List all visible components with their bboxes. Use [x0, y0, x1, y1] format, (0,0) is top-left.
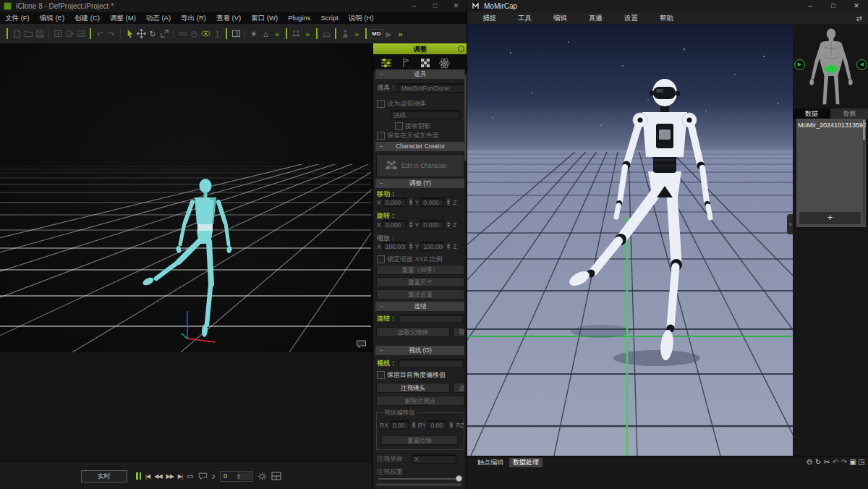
reset-settings-button[interactable]: 重设设置: [376, 289, 464, 299]
iclone-menu-item[interactable]: 创建 (C): [69, 12, 105, 24]
tab-data[interactable]: 数据: [793, 109, 830, 119]
more-chevron-icon[interactable]: »: [351, 28, 362, 40]
shadow-checkbox[interactable]: [395, 122, 403, 130]
list-scrollbar-thumb[interactable]: [863, 120, 865, 140]
rotate-right-play-button[interactable]: ◀: [856, 59, 867, 70]
iclone-menu-item[interactable]: Script: [315, 12, 343, 24]
cut-icon[interactable]: ✂: [822, 457, 831, 467]
save-clip-icon[interactable]: ▣: [848, 457, 857, 467]
scale-tool-icon[interactable]: [158, 28, 170, 40]
lookat-field[interactable]: [399, 359, 464, 368]
gaze-coord-field[interactable]: X: [412, 454, 456, 464]
iclone-close-icon[interactable]: ✕: [446, 0, 467, 12]
section-header-transform[interactable]: 调整 (T): [375, 179, 465, 188]
list-scrollbar-track[interactable]: [863, 120, 865, 223]
momircap-close-icon[interactable]: ✕: [845, 0, 868, 12]
scale-x-spinner[interactable]: [408, 242, 414, 251]
next-frame-button[interactable]: ▶▶: [166, 471, 174, 482]
tab-contact-edit[interactable]: 触点编辑: [474, 458, 507, 467]
rx-field[interactable]: 0.00: [390, 420, 409, 430]
playback-settings-gear-icon[interactable]: [258, 472, 267, 481]
iclone-menu-item[interactable]: 文件 (F): [0, 12, 35, 24]
tab-data-process[interactable]: 数据处理: [509, 458, 542, 467]
reset-view-icon[interactable]: ↻: [814, 457, 822, 467]
previous-frame-button[interactable]: ◀◀: [154, 471, 161, 482]
rotate-x-spinner[interactable]: [408, 220, 414, 229]
momircap-menu-item[interactable]: 编辑: [542, 12, 578, 24]
visibility-eye-icon[interactable]: [200, 28, 211, 40]
more-chevron-icon[interactable]: »: [271, 28, 283, 40]
weather-checkbox[interactable]: [377, 132, 385, 140]
edit-in-character-creator-button[interactable]: Edit in Character: [376, 154, 464, 177]
rotate-y-spinner[interactable]: [446, 220, 451, 229]
momircap-3d-viewport[interactable]: [467, 24, 793, 456]
link-field[interactable]: [399, 314, 464, 323]
momircap-menu-item[interactable]: 工具: [507, 12, 542, 24]
rotate-tool-icon[interactable]: ↻: [147, 28, 158, 40]
move-x-field[interactable]: 0.000: [383, 197, 407, 207]
iclone-menu-item[interactable]: 编辑 (E): [35, 12, 69, 24]
look-at-camera-button[interactable]: 注视镜头: [376, 383, 450, 393]
rotate-left-play-button[interactable]: ▶: [794, 59, 805, 70]
zoom-out-icon[interactable]: ⊖: [805, 457, 814, 467]
export-media-icon[interactable]: [75, 28, 87, 40]
tab-modify-icon[interactable]: [396, 55, 415, 71]
body-map-figure[interactable]: [800, 26, 862, 109]
frame-counter-field[interactable]: 0: [220, 471, 253, 482]
pick-parent-button[interactable]: 选取父物体: [376, 327, 450, 337]
lock-scale-checkbox[interactable]: [377, 255, 385, 263]
move-x-spinner[interactable]: [408, 197, 414, 207]
save-project-icon[interactable]: [34, 28, 46, 40]
keep-offset-checkbox[interactable]: [377, 371, 385, 379]
prop-name-field[interactable]: ManBotForiClone: [399, 83, 465, 93]
more-chevron-icon[interactable]: »: [394, 28, 406, 40]
redo-icon[interactable]: ↷: [106, 28, 117, 40]
reset-zero-button[interactable]: 重置（归零）: [376, 265, 464, 275]
iclone-3d-viewport[interactable]: [0, 43, 371, 352]
redo-icon[interactable]: ↷: [840, 457, 848, 467]
momircap-menu-item[interactable]: 捕捉: [472, 12, 507, 24]
iclone-menu-item[interactable]: 窗口 (W): [246, 12, 283, 24]
frame-spinner[interactable]: [236, 472, 252, 481]
slider-knob[interactable]: [456, 475, 462, 482]
new-project-icon[interactable]: [11, 28, 22, 40]
scale-y-spinner[interactable]: [446, 242, 451, 251]
momircap-menu-item[interactable]: 设置: [613, 12, 649, 24]
loop-range-button[interactable]: ▭: [187, 471, 193, 482]
add-recording-button[interactable]: +: [799, 212, 861, 224]
momircap-menu-item[interactable]: 直播: [578, 12, 613, 24]
layers-icon[interactable]: [188, 28, 200, 40]
undo-icon[interactable]: ↶: [94, 28, 106, 40]
panel-gear-icon[interactable]: [458, 46, 464, 52]
momircap-minimize-icon[interactable]: –: [799, 0, 822, 12]
layout-toggle-icon[interactable]: ⇄: [856, 14, 862, 22]
import-icon[interactable]: [52, 28, 64, 40]
scale-y-field[interactable]: 100.000: [420, 242, 444, 251]
section-header-link[interactable]: 连结: [375, 302, 465, 311]
iclone-menu-item[interactable]: 查看 (V): [211, 12, 246, 24]
more-chevron-icon[interactable]: »: [302, 28, 313, 40]
iclone-maximize-icon[interactable]: □: [425, 0, 446, 12]
momircap-maximize-icon[interactable]: □: [822, 0, 845, 12]
light-icon[interactable]: ☀: [248, 28, 260, 40]
upload-icon[interactable]: [211, 28, 223, 40]
vehicle-icon[interactable]: [320, 28, 332, 40]
realtime-mode-button[interactable]: 实时: [81, 470, 127, 482]
section-header-character-creator[interactable]: Character Creator: [375, 142, 465, 151]
speech-bubble-icon[interactable]: [198, 472, 208, 480]
recording-list-item[interactable]: MoMir_20241013135908: [796, 119, 866, 132]
rx-spinner[interactable]: [411, 420, 417, 430]
tab-skeleton[interactable]: 骨骼: [830, 109, 868, 119]
normal-field[interactable]: 法线: [391, 110, 460, 119]
momircap-menu-item[interactable]: 帮助: [649, 12, 684, 24]
move-tool-icon[interactable]: [135, 28, 147, 40]
scale-x-field[interactable]: 100.000: [383, 242, 407, 251]
link-tool-icon[interactable]: [176, 28, 188, 40]
undo-icon[interactable]: ↶: [831, 457, 840, 467]
section-header-prop[interactable]: 道具: [375, 69, 465, 79]
iclone-menu-item[interactable]: 调整 (M): [105, 12, 141, 24]
motion-director-icon[interactable]: MD: [370, 29, 383, 38]
dock-panel-icon[interactable]: [230, 28, 242, 40]
section-header-lookat[interactable]: 视线 (O): [375, 346, 465, 355]
dummy-checkbox[interactable]: [377, 100, 385, 108]
